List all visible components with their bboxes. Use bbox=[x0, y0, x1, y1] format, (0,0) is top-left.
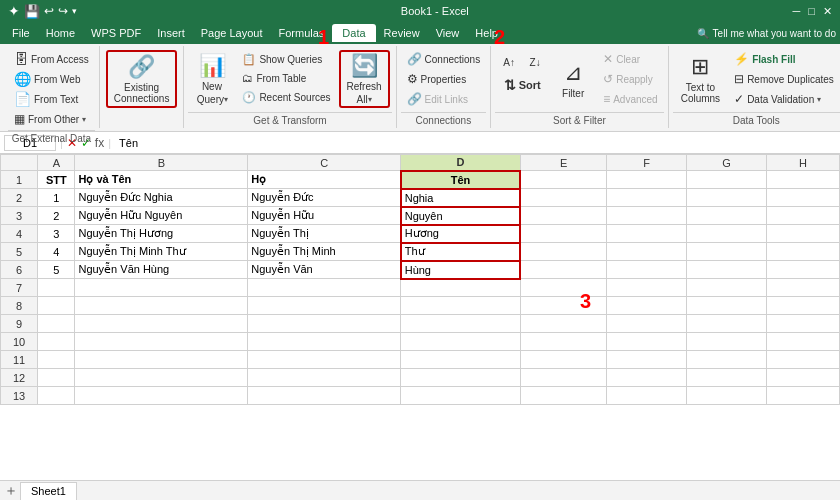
save-icon[interactable]: 💾 bbox=[24, 4, 40, 19]
formula-input[interactable] bbox=[115, 137, 836, 149]
cell-4C[interactable]: Nguyễn Thị bbox=[248, 225, 401, 243]
cell-13D[interactable] bbox=[401, 387, 521, 405]
cell-3H[interactable] bbox=[766, 207, 839, 225]
cell-4H[interactable] bbox=[766, 225, 839, 243]
cell-12F[interactable] bbox=[607, 369, 687, 387]
cell-9C[interactable] bbox=[248, 315, 401, 333]
cell-8E[interactable] bbox=[520, 297, 606, 315]
cell-13H[interactable] bbox=[766, 387, 839, 405]
cell-5D[interactable]: Thư bbox=[401, 243, 521, 261]
show-queries-button[interactable]: 📋 Show Queries bbox=[238, 50, 334, 68]
recent-sources-button[interactable]: 🕐 Recent Sources bbox=[238, 88, 334, 106]
cell-7C[interactable] bbox=[248, 279, 401, 297]
redo-icon[interactable]: ↪ bbox=[58, 4, 68, 18]
connections-button[interactable]: 🔗 Connections bbox=[403, 50, 485, 68]
cell-7B[interactable] bbox=[75, 279, 248, 297]
cell-3B[interactable]: Nguyễn Hữu Nguyên bbox=[75, 207, 248, 225]
cell-6E[interactable] bbox=[520, 261, 606, 279]
table-row[interactable]: 43Nguyễn Thị HươngNguyễn ThịHương bbox=[1, 225, 840, 243]
cell-9F[interactable] bbox=[607, 315, 687, 333]
refresh-all-button[interactable]: 🔄 Refresh All ▾ bbox=[339, 50, 390, 108]
cell-5C[interactable]: Nguyễn Thị Minh bbox=[248, 243, 401, 261]
cell-3F[interactable] bbox=[607, 207, 687, 225]
cell-13A[interactable] bbox=[38, 387, 75, 405]
cell-13F[interactable] bbox=[607, 387, 687, 405]
cell-1H[interactable] bbox=[766, 171, 839, 189]
table-row[interactable]: 32Nguyễn Hữu NguyênNguyễn HữuNguyên bbox=[1, 207, 840, 225]
from-text-button[interactable]: 📄 From Text bbox=[10, 90, 82, 108]
cell-4D[interactable]: Hương bbox=[401, 225, 521, 243]
cell-2D[interactable]: Nghia bbox=[401, 189, 521, 207]
cell-2G[interactable] bbox=[687, 189, 767, 207]
cell-10E[interactable] bbox=[520, 333, 606, 351]
sort-button[interactable]: ⇅ Sort bbox=[500, 76, 545, 94]
cell-6D[interactable]: Hùng bbox=[401, 261, 521, 279]
tell-me-input[interactable]: 🔍 Tell me what you want to do bbox=[697, 28, 836, 39]
cell-10H[interactable] bbox=[766, 333, 839, 351]
cell-6A[interactable]: 5 bbox=[38, 261, 75, 279]
cell-9E[interactable] bbox=[520, 315, 606, 333]
from-other-sources-button[interactable]: ▦ From Other ▾ bbox=[10, 110, 90, 128]
col-header-G[interactable]: G bbox=[687, 155, 767, 171]
from-access-button[interactable]: 🗄 From Access bbox=[10, 50, 93, 68]
cell-9D[interactable] bbox=[401, 315, 521, 333]
cell-11C[interactable] bbox=[248, 351, 401, 369]
cell-8D[interactable] bbox=[401, 297, 521, 315]
col-header-A[interactable]: A bbox=[38, 155, 75, 171]
sort-asc-button[interactable]: A↑ bbox=[497, 50, 521, 74]
cell-3G[interactable] bbox=[687, 207, 767, 225]
table-row[interactable]: 8 bbox=[1, 297, 840, 315]
table-row[interactable]: 12 bbox=[1, 369, 840, 387]
col-header-H[interactable]: H bbox=[766, 155, 839, 171]
cell-13G[interactable] bbox=[687, 387, 767, 405]
cell-2E[interactable] bbox=[520, 189, 606, 207]
cell-3C[interactable]: Nguyễn Hữu bbox=[248, 207, 401, 225]
cell-11D[interactable] bbox=[401, 351, 521, 369]
from-table-button[interactable]: 🗂 From Table bbox=[238, 69, 334, 87]
cell-8F[interactable] bbox=[607, 297, 687, 315]
table-row[interactable]: 65Nguyễn Văn HùngNguyễn VănHùng bbox=[1, 261, 840, 279]
cell-3E[interactable] bbox=[520, 207, 606, 225]
cell-10C[interactable] bbox=[248, 333, 401, 351]
cell-10F[interactable] bbox=[607, 333, 687, 351]
cell-4B[interactable]: Nguyễn Thị Hương bbox=[75, 225, 248, 243]
properties-button[interactable]: ⚙ Properties bbox=[403, 70, 471, 88]
table-row[interactable]: 11 bbox=[1, 351, 840, 369]
cell-12C[interactable] bbox=[248, 369, 401, 387]
cell-2A[interactable]: 1 bbox=[38, 189, 75, 207]
cell-9A[interactable] bbox=[38, 315, 75, 333]
cell-7G[interactable] bbox=[687, 279, 767, 297]
cell-5B[interactable]: Nguyễn Thị Minh Thư bbox=[75, 243, 248, 261]
cell-7E[interactable] bbox=[520, 279, 606, 297]
menu-view[interactable]: View bbox=[428, 25, 468, 41]
cell-9H[interactable] bbox=[766, 315, 839, 333]
cell-10G[interactable] bbox=[687, 333, 767, 351]
menu-file[interactable]: File bbox=[4, 25, 38, 41]
text-to-columns-button[interactable]: ⊞ Text toColumns bbox=[675, 50, 726, 108]
menu-review[interactable]: Review bbox=[376, 25, 428, 41]
edit-links-button[interactable]: 🔗 Edit Links bbox=[403, 90, 472, 108]
new-query-button[interactable]: 📊 New Query ▾ bbox=[190, 50, 234, 108]
cell-12D[interactable] bbox=[401, 369, 521, 387]
menu-data[interactable]: Data bbox=[332, 24, 375, 42]
cell-11E[interactable] bbox=[520, 351, 606, 369]
table-row[interactable]: 1STTHọ và TênHọTên bbox=[1, 171, 840, 189]
from-web-button[interactable]: 🌐 From Web bbox=[10, 70, 85, 88]
cell-11H[interactable] bbox=[766, 351, 839, 369]
cell-9G[interactable] bbox=[687, 315, 767, 333]
cell-6H[interactable] bbox=[766, 261, 839, 279]
table-row[interactable]: 13 bbox=[1, 387, 840, 405]
cell-11B[interactable] bbox=[75, 351, 248, 369]
table-row[interactable]: 7 bbox=[1, 279, 840, 297]
cell-1C[interactable]: Họ bbox=[248, 171, 401, 189]
cell-6F[interactable] bbox=[607, 261, 687, 279]
cell-6C[interactable]: Nguyễn Văn bbox=[248, 261, 401, 279]
data-validation-button[interactable]: ✓ Data Validation ▾ bbox=[730, 90, 838, 108]
cell-11A[interactable] bbox=[38, 351, 75, 369]
cell-13C[interactable] bbox=[248, 387, 401, 405]
cell-12B[interactable] bbox=[75, 369, 248, 387]
minimize-button[interactable]: ─ bbox=[793, 5, 801, 18]
col-header-D[interactable]: D bbox=[401, 155, 521, 171]
cell-11F[interactable] bbox=[607, 351, 687, 369]
col-header-E[interactable]: E bbox=[520, 155, 606, 171]
